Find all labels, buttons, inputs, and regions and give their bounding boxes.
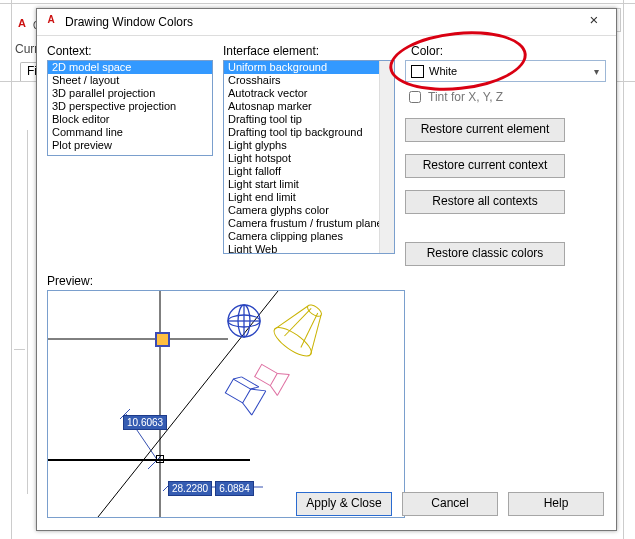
element-item[interactable]: Light falloff xyxy=(224,165,394,178)
preview-area: 10.6063 28.2280 6.0884 xyxy=(47,290,405,518)
tint-checkbox[interactable] xyxy=(409,91,421,103)
cancel-button[interactable]: Cancel xyxy=(402,492,498,516)
interface-element-label: Interface element: xyxy=(223,44,395,58)
svg-point-13 xyxy=(270,323,315,361)
preview-dim2b: 6.0884 xyxy=(215,481,254,496)
element-item[interactable]: Drafting tool tip background xyxy=(224,126,394,139)
element-item[interactable]: Light end limit xyxy=(224,191,394,204)
svg-line-21 xyxy=(252,391,266,415)
element-item[interactable]: Light glyphs xyxy=(224,139,394,152)
element-item[interactable]: Camera clipping planes xyxy=(224,230,394,243)
context-listbox[interactable]: 2D model space Sheet / layout 3D paralle… xyxy=(47,60,213,156)
restore-current-context-button[interactable]: Restore current context xyxy=(405,154,565,178)
context-item[interactable]: Block editor xyxy=(48,113,212,126)
scrollbar[interactable] xyxy=(379,61,394,253)
color-value: White xyxy=(429,65,587,77)
element-item[interactable]: Light Web xyxy=(224,243,394,254)
context-item[interactable]: Plot preview xyxy=(48,139,212,152)
svg-rect-18 xyxy=(225,379,250,403)
preview-label: Preview: xyxy=(47,274,606,288)
color-label: Color: xyxy=(411,44,606,58)
preview-dim2a: 28.2280 xyxy=(168,481,212,496)
color-swatch-icon xyxy=(411,65,424,78)
svg-rect-25 xyxy=(255,364,278,385)
help-button[interactable]: Help xyxy=(508,492,604,516)
context-item[interactable]: Command line xyxy=(48,126,212,139)
autosnap-marker-icon xyxy=(155,332,170,347)
svg-line-28 xyxy=(277,375,289,396)
chevron-down-icon: ▾ xyxy=(587,66,605,77)
element-item[interactable]: Uniform background xyxy=(224,61,394,74)
element-item[interactable]: Camera glyphs color xyxy=(224,204,394,217)
context-label: Context: xyxy=(47,44,213,58)
context-item[interactable]: 3D perspective projection xyxy=(48,100,212,113)
svg-line-15 xyxy=(299,315,332,354)
tint-checkbox-label: Tint for X, Y, Z xyxy=(428,90,503,104)
svg-line-22 xyxy=(233,374,241,382)
preview-dim1: 10.6063 xyxy=(123,415,167,430)
context-item[interactable]: 3D parallel projection xyxy=(48,87,212,100)
app-icon xyxy=(14,18,30,33)
context-item[interactable]: Sheet / layout xyxy=(48,74,212,87)
element-item[interactable]: Light hotspot xyxy=(224,152,394,165)
element-item[interactable]: Crosshairs xyxy=(224,74,394,87)
dialog-close-button[interactable]: × xyxy=(572,9,616,35)
element-item[interactable]: Camera frustum / frustum plane xyxy=(224,217,394,230)
color-dropdown[interactable]: White ▾ xyxy=(405,60,606,82)
element-item[interactable]: Autotrack vector xyxy=(224,87,394,100)
tint-checkbox-row[interactable]: Tint for X, Y, Z xyxy=(405,88,606,106)
svg-line-23 xyxy=(251,384,259,392)
titlebar: Drawing Window Colors × xyxy=(37,9,616,36)
restore-all-contexts-button[interactable]: Restore all contexts xyxy=(405,190,565,214)
element-item[interactable]: Autosnap marker xyxy=(224,100,394,113)
restore-classic-colors-button[interactable]: Restore classic colors xyxy=(405,242,565,266)
element-item[interactable]: Drafting tool tip xyxy=(224,113,394,126)
dialog-app-icon xyxy=(43,14,59,30)
interface-element-listbox[interactable]: Uniform background Crosshairs Autotrack … xyxy=(223,60,395,254)
apply-close-button[interactable]: Apply & Close xyxy=(296,492,392,516)
element-item[interactable]: Light start limit xyxy=(224,178,394,191)
context-item[interactable]: 2D model space xyxy=(48,61,212,74)
drawing-colors-dialog: Drawing Window Colors × Context: 2D mode… xyxy=(36,8,617,531)
pick-cursor-icon xyxy=(156,455,164,463)
restore-current-element-button[interactable]: Restore current element xyxy=(405,118,565,142)
dialog-title: Drawing Window Colors xyxy=(65,15,572,29)
svg-line-17 xyxy=(296,313,323,348)
